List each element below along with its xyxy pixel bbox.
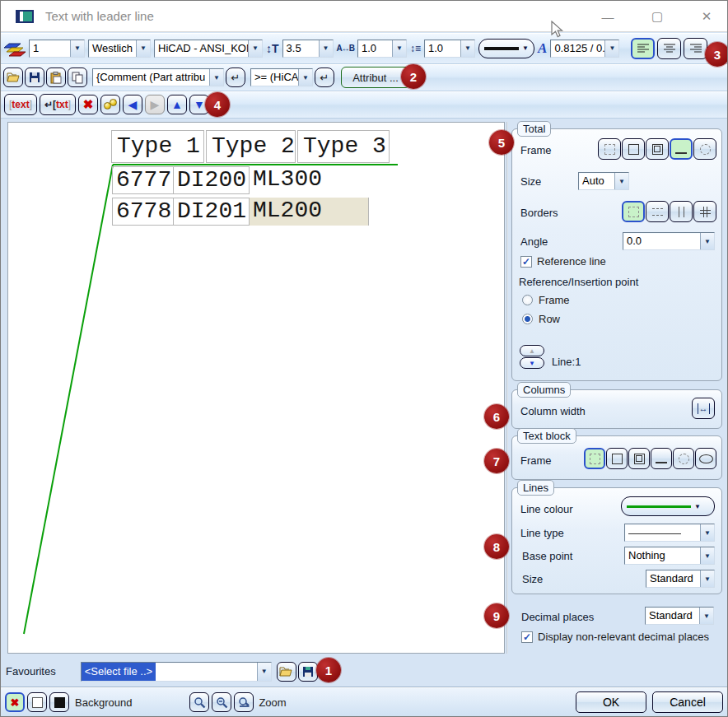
zoom-out-button[interactable]: [212, 692, 231, 712]
decimal-places-select[interactable]: Standard ▼: [645, 607, 714, 625]
next-button[interactable]: ▶: [145, 95, 165, 114]
line-type-select[interactable]: ▼: [624, 524, 715, 542]
layer-select[interactable]: 1 ▼: [29, 40, 85, 58]
total-frame-double-rect-button[interactable]: [646, 138, 669, 160]
preview-canvas[interactable]: Type 1 Type 2 Type 3 6777 DI200 ML300 67…: [7, 122, 505, 654]
spinner-up-button[interactable]: ▲: [520, 345, 544, 356]
insert-condition-button[interactable]: ↵: [315, 68, 334, 87]
char-spacing-select[interactable]: 1.0 ▼: [357, 40, 407, 58]
table-cell[interactable]: 6777: [112, 166, 174, 194]
ok-button[interactable]: OK: [576, 691, 646, 713]
chevron-down-icon: ▼: [699, 608, 713, 624]
ref-point-frame-radio[interactable]: Frame: [522, 294, 570, 306]
no-background-icon: ✖: [11, 696, 20, 709]
font-select[interactable]: HiCAD - ANSI_KON ▼: [154, 40, 263, 58]
save-button[interactable]: [25, 68, 44, 87]
total-frame-underline-button[interactable]: [670, 138, 693, 160]
favourites-select[interactable]: <Select file ..> ▼: [81, 662, 272, 682]
angle-label: Angle: [520, 235, 548, 248]
total-frame-none-button[interactable]: [598, 138, 621, 160]
line-style-select[interactable]: ▼: [478, 39, 534, 58]
comment-attribute-select[interactable]: {Comment (Part attribu ▼: [92, 68, 224, 86]
chevron-down-icon: ▼: [298, 69, 312, 86]
favourites-open-button[interactable]: [277, 662, 296, 682]
tb-frame-double-rect-button[interactable]: [628, 448, 650, 469]
text-direction-select[interactable]: Westlich ▼: [88, 40, 151, 58]
borders-grid-button[interactable]: [693, 201, 716, 222]
align-right-button[interactable]: [684, 38, 707, 59]
base-point-select[interactable]: Nothing ▼: [624, 547, 715, 565]
spinner-up-icon: ▲: [529, 347, 535, 355]
condition-select[interactable]: >= (HiCA ▼: [250, 68, 313, 86]
paste-button[interactable]: [46, 68, 66, 87]
favourites-save-button[interactable]: [298, 662, 318, 682]
tb-frame-oval-button[interactable]: [695, 448, 716, 469]
previous-button[interactable]: ◀: [123, 95, 142, 114]
display-decimals-checkbox[interactable]: ✓ Display non-relevant decimal places: [521, 631, 709, 643]
recalculate-button[interactable]: [100, 95, 120, 114]
background-none-button[interactable]: ✖: [5, 692, 25, 712]
bottom-bar: ✖ Background: [1, 687, 727, 717]
column-width-button[interactable]: ↔: [692, 398, 715, 419]
slant-ratio-select[interactable]: 0.8125 / 0.00 ▼: [550, 40, 619, 58]
chevron-down-icon: ▼: [604, 40, 618, 57]
align-center-button[interactable]: [657, 38, 681, 59]
line-colour-select[interactable]: ▼: [621, 496, 715, 516]
header-cell[interactable]: Type 2: [206, 130, 296, 163]
tb-frame-underline-button[interactable]: [651, 448, 672, 469]
paste-icon: [50, 72, 62, 84]
background-black-button[interactable]: [49, 692, 69, 712]
enter-text-icon: ↵[txt]: [44, 99, 71, 110]
header-cell[interactable]: Type 1: [111, 130, 204, 163]
zoom-in-button[interactable]: [189, 692, 209, 712]
text-block-frame-label: Frame: [520, 454, 552, 467]
attribute-button[interactable]: Attribut ...: [341, 67, 410, 88]
open-folder-icon: [279, 666, 293, 677]
ref-point-row-radio[interactable]: Row: [522, 313, 560, 325]
insert-text-button[interactable]: [text]: [4, 94, 37, 115]
delete-button[interactable]: ✖: [78, 95, 98, 114]
background-white-button[interactable]: [27, 692, 47, 712]
close-icon: ✕: [702, 9, 712, 24]
insert-comment-button[interactable]: ↵: [226, 68, 245, 87]
dashed-circle-icon: [679, 454, 689, 464]
total-frame-rect-button[interactable]: [622, 138, 645, 160]
floppy-icon: [29, 72, 40, 83]
reference-line-checkbox[interactable]: ✓ Reference line: [520, 255, 606, 268]
borders-none-button[interactable]: [622, 201, 645, 222]
tb-frame-circle-button[interactable]: [673, 448, 694, 469]
maximize-icon: ▢: [651, 9, 663, 24]
header-cell[interactable]: Type 3: [297, 130, 390, 163]
text-height-select[interactable]: 3.5 ▼: [282, 40, 334, 58]
maximize-button[interactable]: ▢: [643, 6, 671, 27]
move-up-button[interactable]: ▲: [167, 95, 187, 114]
align-left-button[interactable]: [631, 38, 655, 59]
cancel-button[interactable]: Cancel: [652, 691, 723, 713]
table-cell[interactable]: DI200: [174, 166, 250, 194]
angle-select[interactable]: 0.0 ▼: [623, 232, 715, 250]
chevron-down-icon: ▼: [694, 503, 701, 510]
tb-frame-rect-button[interactable]: [606, 448, 628, 469]
zoom-fit-button[interactable]: [234, 692, 254, 712]
tb-frame-none-button[interactable]: [584, 448, 605, 469]
table-cell[interactable]: 6778: [112, 198, 174, 226]
spinner-down-button[interactable]: ▼: [520, 357, 544, 369]
borders-vertical-button[interactable]: [670, 201, 693, 222]
copy-button[interactable]: [68, 68, 87, 87]
borders-horizontal-button[interactable]: [646, 201, 669, 222]
open-button[interactable]: [3, 68, 23, 87]
annotation-badge-8: 8: [484, 534, 509, 559]
total-size-select[interactable]: Auto ▼: [578, 172, 629, 190]
insert-text-line-button[interactable]: ↵[txt]: [40, 94, 76, 115]
line-spacing-select[interactable]: 1.0 ▼: [424, 40, 475, 58]
table-cell[interactable]: DI201: [174, 198, 250, 226]
close-button[interactable]: ✕: [693, 6, 721, 27]
arrow-up-icon: ▲: [171, 98, 183, 111]
minimize-button[interactable]: —: [594, 6, 622, 27]
table-cell[interactable]: ML300: [250, 166, 326, 194]
layers-icon: [4, 39, 26, 58]
lines-size-select[interactable]: Standard ▼: [646, 570, 715, 588]
table-cell-selected[interactable]: ML200: [250, 198, 369, 226]
total-frame-circle-button[interactable]: [693, 138, 716, 160]
zoom-label: Zoom: [259, 696, 286, 709]
